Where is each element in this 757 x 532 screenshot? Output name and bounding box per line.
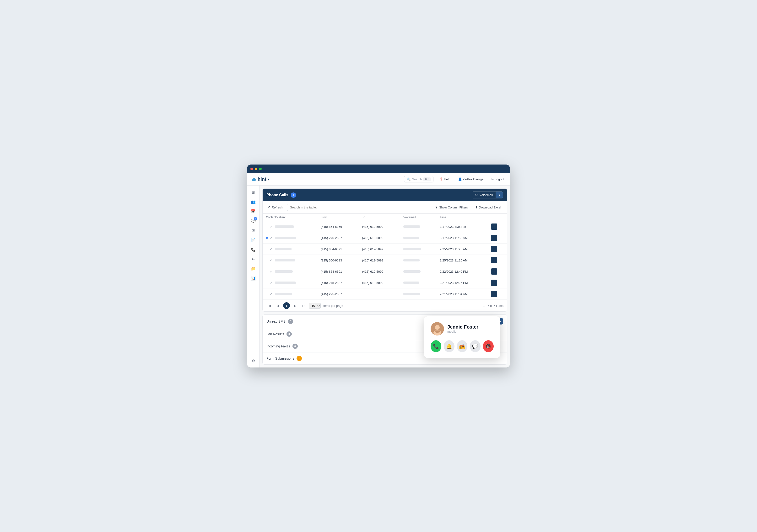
nav-actions: 🔍 Search ⌘ K ❓ Help 👤 ZxAlex George ↪ Lo… bbox=[404, 176, 506, 182]
cell-contact: ✓ bbox=[262, 221, 317, 232]
voicemail-placeholder bbox=[403, 248, 421, 250]
table-row: ✓ (415) 854-6391 (415) 619-5099 2/25/202… bbox=[262, 243, 507, 255]
voicemail-placeholder bbox=[403, 259, 420, 262]
sidebar-item-folder[interactable]: 📁 bbox=[249, 264, 257, 273]
col-contact: Contact/Patient bbox=[262, 214, 317, 221]
sidebar-item-inbox[interactable]: ✉ bbox=[249, 226, 257, 235]
cell-to: (415) 619-5099 bbox=[359, 243, 400, 255]
check-icon: ✓ bbox=[270, 269, 273, 274]
cell-time: 2/22/2023 12:40 PM bbox=[436, 266, 488, 277]
unread-sms-count: 0 bbox=[288, 319, 293, 324]
svg-point-1 bbox=[435, 325, 440, 330]
sidebar-item-analytics[interactable]: 📊 bbox=[249, 274, 257, 283]
cell-to bbox=[359, 289, 400, 300]
row-menu-button[interactable]: ⋮ bbox=[491, 280, 497, 286]
cell-contact: ✓ bbox=[262, 266, 317, 277]
filter-button[interactable]: ▼ Show Column Filters bbox=[433, 204, 470, 210]
voicemail-dropdown-arrow[interactable]: ▲ bbox=[496, 191, 503, 198]
page-1-button[interactable]: 1 bbox=[283, 302, 290, 309]
sidebar-item-tags[interactable]: 🏷 bbox=[249, 255, 257, 264]
row-menu-button[interactable]: ⋮ bbox=[491, 257, 497, 264]
cell-to: (415) 619-5099 bbox=[359, 221, 400, 232]
app-window: hint ▾ 🔍 Search ⌘ K ❓ Help 👤 ZxAlex Geor… bbox=[247, 164, 510, 368]
logout-button[interactable]: ↪ Logout bbox=[489, 177, 506, 182]
search-kbd: ⌘ K bbox=[423, 178, 431, 181]
check-icon: ✓ bbox=[270, 281, 273, 285]
check-icon: ✓ bbox=[270, 292, 273, 296]
close-dot[interactable] bbox=[251, 168, 253, 170]
answer-call-button[interactable]: 📞 bbox=[431, 340, 441, 352]
call-actions: 📞 🔔 📻 💬 📵 bbox=[431, 340, 494, 352]
lab-results-count: 0 bbox=[287, 331, 292, 337]
table-search-input[interactable] bbox=[287, 204, 361, 211]
fullscreen-dot[interactable] bbox=[259, 168, 262, 170]
contact-name-placeholder bbox=[275, 259, 295, 262]
cell-action: ⋮ bbox=[488, 266, 507, 277]
refresh-button[interactable]: ↺ Refresh bbox=[266, 205, 285, 210]
sidebar-item-calendar[interactable]: 📅 bbox=[249, 207, 257, 216]
row-menu-button[interactable]: ⋮ bbox=[491, 223, 497, 230]
prev-page-button[interactable]: ◀ bbox=[275, 302, 281, 309]
phone-calls-title: Phone Calls bbox=[266, 193, 288, 197]
last-page-button[interactable]: ⏭ bbox=[300, 302, 307, 309]
cell-action: ⋮ bbox=[488, 232, 507, 243]
cell-time: 2/21/2023 12:25 PM bbox=[436, 277, 488, 289]
cell-to: (415) 619-5099 bbox=[359, 232, 400, 243]
sidebar-item-documents[interactable]: 📄 bbox=[249, 236, 257, 244]
cell-action: ⋮ bbox=[488, 255, 507, 266]
cell-voicemail bbox=[400, 289, 436, 300]
row-menu-button[interactable]: ⋮ bbox=[491, 246, 497, 252]
voicemail-call-button[interactable]: 📻 bbox=[457, 340, 468, 352]
row-menu-button[interactable]: ⋮ bbox=[491, 291, 497, 297]
global-search[interactable]: 🔍 Search ⌘ K bbox=[404, 176, 434, 182]
first-page-button[interactable]: ⏮ bbox=[266, 302, 273, 309]
cell-to: (415) 619-5099 bbox=[359, 277, 400, 289]
row-menu-button[interactable]: ⋮ bbox=[491, 235, 497, 241]
brand-dropdown[interactable]: ▾ bbox=[268, 178, 270, 181]
message-button[interactable]: 💬 bbox=[470, 340, 480, 352]
table-toolbar: ↺ Refresh ▼ Show Column Filters ⬇ Downlo… bbox=[262, 201, 507, 214]
caller-avatar bbox=[431, 322, 444, 335]
cell-voicemail bbox=[400, 255, 436, 266]
cell-contact: ✓ bbox=[262, 243, 317, 255]
cell-time: 2/25/2023 11:28 AM bbox=[436, 243, 488, 255]
cell-action: ⋮ bbox=[488, 243, 507, 255]
per-page-select[interactable]: 10 25 50 bbox=[309, 303, 321, 309]
check-icon: ✓ bbox=[270, 247, 273, 251]
help-button[interactable]: ❓ Help bbox=[437, 177, 452, 182]
mute-button[interactable]: 🔔 bbox=[444, 340, 454, 352]
incoming-faxes-title: Incoming Faxes bbox=[266, 344, 290, 348]
total-count: 1 - 7 of 7 items bbox=[483, 304, 503, 308]
cell-from: (925) 550-9683 bbox=[317, 255, 359, 266]
items-per-page-label: items per page bbox=[322, 304, 343, 308]
download-excel-button[interactable]: ⬇ Download Excel bbox=[473, 204, 503, 210]
sidebar-item-dashboard[interactable]: ⊞ bbox=[249, 188, 257, 197]
cell-from: (415) 275-2887 bbox=[317, 232, 359, 243]
form-submissions-count: 1 bbox=[296, 356, 302, 361]
sidebar-item-settings[interactable]: ⚙ bbox=[249, 356, 257, 365]
table-row: ✓ (925) 550-9683 (415) 619-5099 2/25/202… bbox=[262, 255, 507, 266]
table-row: ✓ (415) 854-6366 (415) 619-5099 3/17/202… bbox=[262, 221, 507, 232]
contact-name-placeholder bbox=[275, 270, 293, 273]
sidebar-item-phone[interactable]: 📞 bbox=[249, 245, 257, 254]
refresh-icon: ↺ bbox=[268, 206, 270, 209]
sidebar-item-messages[interactable]: 💬 1 bbox=[249, 216, 257, 225]
col-actions bbox=[488, 214, 507, 221]
next-page-button[interactable]: ▶ bbox=[292, 302, 298, 309]
cloud-icon bbox=[251, 177, 256, 182]
decline-call-button[interactable]: 📵 bbox=[483, 340, 494, 352]
messages-badge: 1 bbox=[254, 217, 257, 220]
minimize-dot[interactable] bbox=[255, 168, 257, 170]
cell-action: ⋮ bbox=[488, 221, 507, 232]
sidebar-item-contacts[interactable]: 👥 bbox=[249, 197, 257, 206]
top-nav: hint ▾ 🔍 Search ⌘ K ❓ Help 👤 ZxAlex Geor… bbox=[247, 173, 510, 185]
voicemail-button[interactable]: ⚙ Voicemail bbox=[472, 191, 496, 198]
brand: hint ▾ bbox=[251, 177, 270, 182]
row-menu-button[interactable]: ⋮ bbox=[491, 268, 497, 275]
cell-from: (415) 275-2887 bbox=[317, 289, 359, 300]
cell-to: (415) 619-5099 bbox=[359, 266, 400, 277]
form-submissions-title: Form Submissions bbox=[266, 356, 294, 360]
user-menu[interactable]: 👤 ZxAlex George bbox=[456, 177, 486, 182]
cell-contact: ✓ bbox=[262, 277, 317, 289]
voicemail-placeholder bbox=[403, 270, 421, 273]
